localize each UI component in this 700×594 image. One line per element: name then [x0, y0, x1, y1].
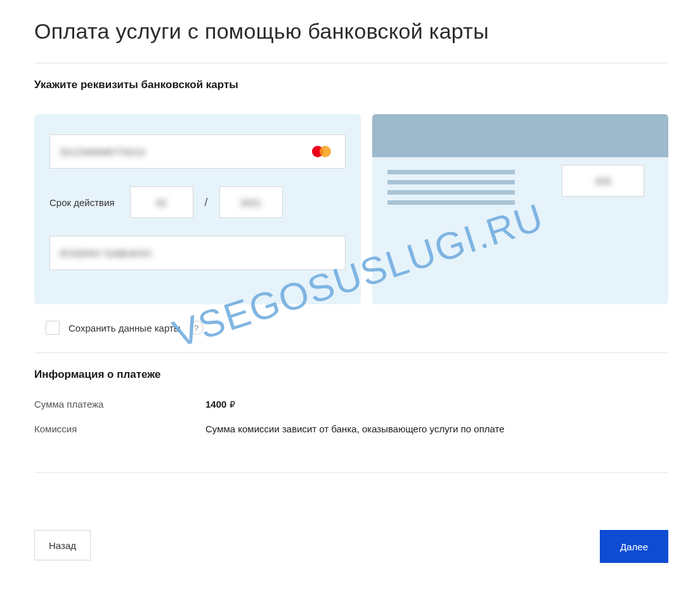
page-title: Оплата услуги с помощью банковской карты: [34, 19, 668, 44]
card-back-content: 429: [372, 157, 668, 205]
nav-buttons: Назад Далее: [34, 530, 668, 563]
back-button[interactable]: Назад: [34, 530, 91, 560]
card-panels: 5212343445770214 Срок действия 02 / 2021…: [34, 114, 668, 304]
commission-value: Сумма комиссии зависит от банка, оказыва…: [205, 423, 505, 434]
payment-info-heading: Информация о платеже: [34, 368, 668, 381]
magnetic-stripe: [372, 114, 668, 157]
card-number-input[interactable]: 5212343445770214: [49, 134, 346, 169]
cardholder-value: EVGENIY GABUKOV: [60, 248, 152, 259]
expiry-label: Срок действия: [49, 197, 115, 208]
commission-label: Комиссия: [34, 423, 205, 434]
cvv-value: 429: [595, 176, 611, 186]
save-card-row: Сохранить данные карты ?: [46, 321, 668, 335]
commission-row: Комиссия Сумма комиссии зависит от банка…: [34, 423, 668, 434]
signature-line: [387, 180, 515, 184]
help-icon[interactable]: ?: [190, 321, 204, 335]
mastercard-icon: [312, 145, 335, 158]
card-back: 429: [372, 114, 668, 304]
expiry-separator: /: [205, 196, 208, 209]
next-button[interactable]: Далее: [600, 530, 668, 563]
payment-amount-label: Сумма платежа: [34, 399, 205, 410]
ruble-icon: ₽: [230, 399, 235, 410]
expiry-year-value: 2021: [240, 197, 261, 208]
expiry-month-input[interactable]: 02: [130, 186, 193, 218]
expiry-row: Срок действия 02 / 2021: [49, 186, 346, 218]
signature-line: [387, 190, 515, 195]
card-front: 5212343445770214 Срок действия 02 / 2021…: [34, 114, 361, 304]
payment-amount-row: Сумма платежа 1400 ₽: [34, 399, 668, 410]
signature-line: [387, 200, 515, 205]
save-card-checkbox[interactable]: [46, 321, 60, 335]
card-number-value: 5212343445770214: [60, 146, 145, 157]
card-details-heading: Укажите реквизиты банковской карты: [34, 79, 668, 91]
expiry-year-input[interactable]: 2021: [219, 186, 283, 218]
signature-line: [387, 170, 515, 174]
divider: [34, 472, 668, 473]
save-card-label: Сохранить данные карты: [68, 323, 181, 333]
payment-amount-value: 1400 ₽: [205, 399, 235, 410]
divider: [34, 352, 668, 353]
cardholder-input[interactable]: EVGENIY GABUKOV: [49, 236, 346, 270]
cvv-input[interactable]: 429: [562, 165, 644, 197]
expiry-month-value: 02: [156, 197, 167, 208]
divider: [34, 63, 668, 63]
